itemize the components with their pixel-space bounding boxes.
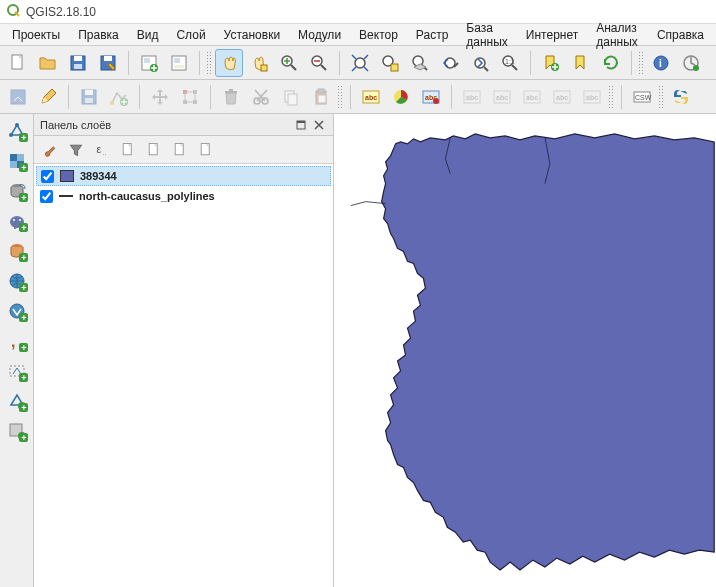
layer-row[interactable]: 389344	[36, 166, 331, 186]
zoom-full-icon[interactable]	[346, 49, 374, 77]
layer-row[interactable]: north-caucasus_polylines	[36, 186, 331, 206]
layers-remove-icon[interactable]	[194, 138, 218, 162]
add-vector-layer-icon[interactable]	[4, 118, 30, 144]
zoom-selection-icon[interactable]	[376, 49, 404, 77]
add-postgis-layer-icon[interactable]	[4, 208, 30, 234]
move-feature-icon[interactable]	[146, 83, 174, 111]
menu-модули[interactable]: Модули	[290, 26, 349, 44]
menu-база данных[interactable]: База данных	[458, 19, 516, 51]
svg-rect-8	[144, 58, 150, 63]
layers-preset-icon[interactable]	[116, 138, 140, 162]
menu-проекты[interactable]: Проекты	[4, 26, 68, 44]
add-wms-layer-icon[interactable]	[4, 268, 30, 294]
pan-icon[interactable]	[215, 49, 243, 77]
zoom-in-icon[interactable]	[275, 49, 303, 77]
map-canvas[interactable]	[334, 114, 716, 587]
add-feature-icon[interactable]	[105, 83, 133, 111]
svg-rect-86	[297, 121, 305, 123]
delete-selected-icon[interactable]	[217, 83, 245, 111]
menu-интернет[interactable]: Интернет	[518, 26, 586, 44]
layer-visibility-checkbox[interactable]	[41, 170, 54, 183]
new-project-icon[interactable]	[4, 49, 32, 77]
highlight-labels-icon[interactable]: abc	[417, 83, 445, 111]
toolbar-file-nav: 1:1i	[0, 46, 716, 80]
menu-растр[interactable]: Растр	[408, 26, 456, 44]
paste-features-icon[interactable]	[307, 83, 335, 111]
show-hide-labels-icon[interactable]: abc	[488, 83, 516, 111]
svg-rect-31	[85, 90, 93, 95]
svg-text:ε: ε	[96, 144, 101, 155]
change-label-icon[interactable]: abc	[578, 83, 606, 111]
menu-вектор[interactable]: Вектор	[351, 26, 406, 44]
layer-style-icon[interactable]	[38, 138, 62, 162]
cut-features-icon[interactable]	[247, 83, 275, 111]
map-region	[334, 114, 716, 587]
layers-collapse-icon[interactable]	[168, 138, 192, 162]
open-project-icon[interactable]	[34, 49, 62, 77]
show-bookmarks-icon[interactable]	[567, 49, 595, 77]
svg-point-84	[18, 432, 26, 440]
svg-rect-46	[318, 89, 324, 93]
add-raster-layer-icon[interactable]	[4, 148, 30, 174]
node-tool-icon[interactable]	[176, 83, 204, 111]
svg-rect-72	[17, 161, 24, 168]
run-feature-action-icon[interactable]	[677, 49, 705, 77]
toggle-editing-icon[interactable]	[34, 83, 62, 111]
layer-list[interactable]: 389344north-caucasus_polylines	[34, 164, 333, 587]
new-shapefile-icon[interactable]	[4, 388, 30, 414]
add-wfs-layer-icon[interactable]	[4, 298, 30, 324]
label-icon[interactable]: abc	[357, 83, 385, 111]
composer-manager-icon[interactable]	[165, 49, 193, 77]
layer-visibility-checkbox[interactable]	[40, 190, 53, 203]
save-project-icon[interactable]	[64, 49, 92, 77]
svg-point-75	[13, 219, 15, 221]
menu-bar: ПроектыПравкаВидСлойУстановкиМодулиВекто…	[0, 24, 716, 46]
python-console-icon[interactable]	[667, 83, 695, 111]
menu-правка[interactable]: Правка	[70, 26, 127, 44]
layers-panel-title: Панель слоёв	[40, 119, 111, 131]
add-virtual-layer-icon[interactable]	[4, 358, 30, 384]
panel-close-icon[interactable]	[311, 117, 327, 133]
expression-icon[interactable]: ε..	[90, 138, 114, 162]
add-delimited-text-icon[interactable]: ,	[4, 328, 30, 354]
rotate-label-icon[interactable]: abc	[548, 83, 576, 111]
menu-слой[interactable]: Слой	[168, 26, 213, 44]
pan-selection-icon[interactable]	[245, 49, 273, 77]
svg-point-21	[475, 58, 485, 68]
filter-legend-icon[interactable]	[64, 138, 88, 162]
label-settings-icon[interactable]	[387, 83, 415, 111]
csw-client-icon[interactable]: CSW	[628, 83, 656, 111]
copy-features-icon[interactable]	[277, 83, 305, 111]
panel-undock-icon[interactable]	[293, 117, 309, 133]
svg-text:1:1: 1:1	[505, 58, 515, 65]
new-print-composer-icon[interactable]	[135, 49, 163, 77]
zoom-last-icon[interactable]	[436, 49, 464, 77]
menu-вид[interactable]: Вид	[129, 26, 167, 44]
save-layer-edits-icon[interactable]	[75, 83, 103, 111]
zoom-next-icon[interactable]	[466, 49, 494, 77]
svg-rect-18	[391, 64, 398, 71]
add-mssql-layer-icon[interactable]	[4, 238, 30, 264]
svg-rect-44	[288, 94, 297, 105]
svg-point-67	[15, 123, 19, 127]
svg-point-33	[110, 101, 114, 105]
zoom-out-icon[interactable]	[305, 49, 333, 77]
move-label-icon[interactable]: abc	[518, 83, 546, 111]
menu-справка[interactable]: Справка	[649, 26, 712, 44]
add-spatialite-layer-icon[interactable]	[4, 178, 30, 204]
zoom-layer-icon[interactable]	[406, 49, 434, 77]
svg-rect-3	[74, 56, 82, 61]
zoom-native-icon[interactable]: 1:1	[496, 49, 524, 77]
save-as-icon[interactable]	[94, 49, 122, 77]
svg-point-76	[19, 219, 21, 221]
pin-labels-icon[interactable]: abc	[458, 83, 486, 111]
menu-анализ данных[interactable]: Анализ данных	[588, 19, 647, 51]
menu-установки[interactable]: Установки	[216, 26, 288, 44]
svg-rect-4	[74, 64, 82, 69]
new-geopackage-icon[interactable]	[4, 418, 30, 444]
identify-icon[interactable]: i	[647, 49, 675, 77]
refresh-icon[interactable]	[597, 49, 625, 77]
current-edits-icon[interactable]	[4, 83, 32, 111]
new-bookmark-icon[interactable]	[537, 49, 565, 77]
layers-expand-icon[interactable]	[142, 138, 166, 162]
